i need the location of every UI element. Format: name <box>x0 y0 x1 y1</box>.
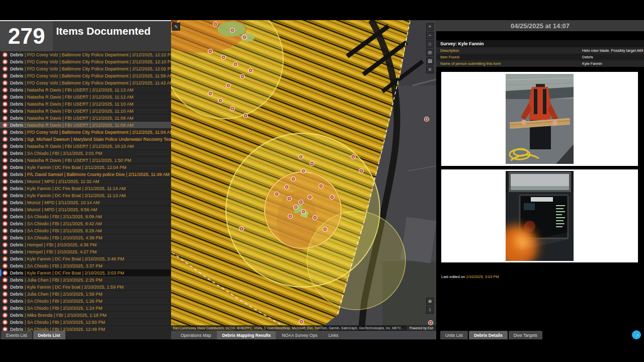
debris-list-item[interactable]: Debris| Kyle Fannin | DC Fire Boat | 2/1… <box>0 164 171 171</box>
info-icon[interactable]: i <box>426 306 434 314</box>
debris-list-item[interactable]: Debris| Munoz | MPD | 2/11/2025, 11:32 A… <box>0 178 171 185</box>
debris-list-item[interactable]: Debris| SA Chiodo | FBI | 2/10/2025, 1:2… <box>0 305 171 312</box>
debris-list-item[interactable]: Debris| Natasha R Davis | FBI USERT | 2/… <box>0 115 171 122</box>
layers-icon[interactable]: ▤ <box>426 57 434 65</box>
item-meta: | Munoz | MPD | 2/11/2025, 9:56 AM <box>25 207 97 212</box>
debris-list-item[interactable]: Debris| Kyle Fannin | DC Fire Boat | 2/1… <box>0 269 171 277</box>
debris-target-marker-center <box>302 211 304 213</box>
zoom-out-icon[interactable]: − <box>426 32 434 39</box>
debris-list-item[interactable]: Debris| Julia Chen | FBI | 2/10/2025, 2:… <box>0 277 171 284</box>
debris-list-item[interactable]: Debris| Natasha R Davis | FBI USERT | 2/… <box>0 157 171 164</box>
debris-target-marker-center <box>214 23 216 25</box>
debris-list-item[interactable]: Debris| Natasha R Davis | FBI USERT | 2/… <box>0 86 171 94</box>
tab-debris-list[interactable]: Debris List <box>33 331 65 339</box>
field-value: Debris <box>582 55 593 59</box>
debris-list-item[interactable]: Debris| SA Chiodo | FBI | 2/11/2025, 8:2… <box>0 227 171 234</box>
debris-list-item[interactable]: Debris| Natasha R Davis | FBI USERT | 2/… <box>0 108 171 115</box>
debris-list-item[interactable]: Debris| Hempel | FBI | 2/10/2025, 4:27 P… <box>0 248 171 255</box>
debris-target-marker-center <box>209 50 211 52</box>
item-type-label: Debris <box>10 123 23 128</box>
survey-field-row: Item FoundDebris <box>436 54 644 60</box>
debris-list-item[interactable]: Debris| Kyle Fannin | DC Fire Boat | 2/1… <box>0 255 171 262</box>
recenter-icon[interactable]: ⊕ <box>426 298 434 305</box>
tab-debris-details[interactable]: Debris Details <box>469 331 508 339</box>
debris-target-marker-center <box>300 321 302 323</box>
locate-icon[interactable]: ◎ <box>426 49 434 56</box>
powered-by-esri[interactable]: Powered by Esri <box>407 326 436 330</box>
item-meta: | Natasha R Davis | FBI USERT | 2/12/202… <box>25 95 133 100</box>
map-toolbar: +−⌂◎▤≡ <box>426 23 434 74</box>
debris-list-item[interactable]: Debris| P/O Corey Volz | Baltimore City … <box>0 58 171 65</box>
debris-list-item[interactable]: Debris| Natasha R Davis | FBI USERT | 2/… <box>0 143 171 150</box>
debris-point-icon <box>3 235 8 240</box>
debris-list[interactable]: Debris| P/O Corey Volz | Baltimore City … <box>0 51 171 331</box>
debris-point-icon <box>3 207 8 212</box>
debris-target-marker-center <box>426 118 428 120</box>
debris-list-item[interactable]: Debris| Munoz | MPD | 2/11/2025, 9:56 AM <box>0 206 171 213</box>
item-type-label: Debris <box>10 87 23 93</box>
screen: 279 Items Documented Debris| P/O Corey V… <box>0 0 644 362</box>
debris-list-item[interactable]: Debris| Munoz | MPD | 2/11/2025, 10:14 A… <box>0 199 171 206</box>
debris-list-item[interactable]: Debris| SA Chiodo | FBI | 2/10/2025, 12:… <box>0 326 171 331</box>
survey-field-row: Name of person submitting this formKyle … <box>436 60 644 67</box>
item-meta: | Natasha R Davis | FBI USERT | 2/12/202… <box>25 109 133 114</box>
debris-point-icon <box>3 186 8 191</box>
debris-list-item[interactable]: Debris| Natasha R Davis | FBI USERT | 2/… <box>0 94 171 101</box>
legend-icon[interactable]: ≡ <box>426 66 434 73</box>
tab-noaa-survey-ops[interactable]: NOAA Survey Ops <box>277 331 322 339</box>
debris-target-marker-center <box>302 170 304 172</box>
debris-target-marker-center <box>219 100 221 102</box>
item-meta: | Kyle Fannin | DC Fire Boat | 2/11/2025… <box>25 193 126 198</box>
item-type-label: Debris <box>10 102 23 107</box>
tab-links[interactable]: Links <box>324 331 344 339</box>
debris-list-item[interactable]: Debris| Natasha R Davis | FBI USERT | 2/… <box>0 122 171 129</box>
debris-point-icon <box>3 306 8 311</box>
debris-list-item[interactable]: Debris| P/O Corey Volz | Baltimore City … <box>0 65 171 72</box>
tab-operations-map[interactable]: Operations Map <box>176 331 216 339</box>
item-type-label: Debris <box>10 270 23 276</box>
debris-list-item[interactable]: Debris| Kyle Fannin | DC Fire Boat | 2/1… <box>0 192 171 199</box>
debris-list-item[interactable]: Debris| Kyle Fannin | DC Fire Boat | 2/1… <box>0 185 171 192</box>
debris-list-item[interactable]: Debris| Hempel | FBI | 2/10/2025, 4:36 P… <box>0 241 171 248</box>
tab-debris-mapping-results[interactable]: Debris Mapping Results <box>217 331 276 339</box>
debris-point-icon <box>3 327 8 331</box>
debris-list-item[interactable]: Debris| SA Chiodo | FBI | 2/10/2025, 4:3… <box>0 234 171 241</box>
debris-list-item[interactable]: Debris| P/O Corey Volz | Baltimore City … <box>0 129 171 136</box>
attachment-photo-2[interactable] <box>441 169 638 262</box>
debris-list-item[interactable]: Debris| SA Chiodo | FBI | 2/11/2025, 8:4… <box>0 220 171 227</box>
debris-list-item[interactable]: Debris| Sgt. Michael Dawson | Maryland S… <box>0 136 171 143</box>
debris-list-item[interactable]: Debris| Natasha R Davis | FBI USERT | 2/… <box>0 101 171 108</box>
debris-list-item[interactable]: Debris| P/L David Samsel | Baltimore Cou… <box>0 171 171 178</box>
debris-list-item[interactable]: Debris| Kyle Fannin | DC Fire boat | 2/1… <box>0 284 171 291</box>
attachment-photo-1[interactable] <box>441 72 638 166</box>
debris-target-marker-center <box>286 186 288 188</box>
debris-list-item[interactable]: Debris| SA Chiodo | FBI | 2/10/2025, 12:… <box>0 319 171 326</box>
debris-list-item[interactable]: Debris| P/O Corey Volz | Baltimore City … <box>0 51 171 58</box>
debris-list-item[interactable]: Debris| SA Chiodo | FBI | 2/10/2025, 1:2… <box>0 298 171 305</box>
tab-units-list[interactable]: Units List <box>440 331 468 339</box>
debris-point-icon <box>3 130 8 135</box>
item-meta: | Munoz | MPD | 2/11/2025, 10:14 AM <box>25 200 100 205</box>
sonar-map[interactable] <box>171 20 436 331</box>
debris-point-icon <box>3 73 8 78</box>
debris-list-item[interactable]: Debris| Julia Chen | FBI | 2/10/2025, 1:… <box>0 291 171 298</box>
home-icon[interactable]: ⌂ <box>426 40 434 48</box>
debris-list-item[interactable]: Debris| SA Chiodo | FBI | 2/11/2025, 2:0… <box>0 150 171 157</box>
tab-events-list[interactable]: Events List <box>1 331 32 339</box>
map-edit-tool-button[interactable]: ✎ <box>172 23 180 31</box>
item-type-label: Debris <box>10 207 23 212</box>
debris-list-item[interactable]: Debris| SA Chiodo | FBI | 2/11/2025, 9:0… <box>0 213 171 220</box>
debris-list-item[interactable]: Debris| P/O Corey Volz | Baltimore City … <box>0 79 171 86</box>
zoom-in-icon[interactable]: + <box>426 23 434 31</box>
item-type-label: Debris <box>10 306 23 311</box>
debris-point-icon <box>3 109 8 114</box>
debris-point-icon <box>3 214 8 219</box>
debris-list-item[interactable]: Debris| SA Chiodo | FBI | 2/10/2025, 3:3… <box>0 262 171 269</box>
debris-list-item[interactable]: Debris| P/O Corey Volz | Baltimore City … <box>0 72 171 79</box>
debris-target-marker-center <box>309 196 311 198</box>
tab-dive-targets[interactable]: Dive Targets <box>509 331 542 339</box>
debris-target-marker-center <box>295 206 297 208</box>
debris-list-item[interactable]: Debris| Mike Brenda | FBI | 2/10/2025, 1… <box>0 312 171 319</box>
details-panel: 04/25/2025 at 14:07 Survey: Kyle Fannin … <box>436 20 644 339</box>
debris-target-marker-center <box>234 63 236 65</box>
